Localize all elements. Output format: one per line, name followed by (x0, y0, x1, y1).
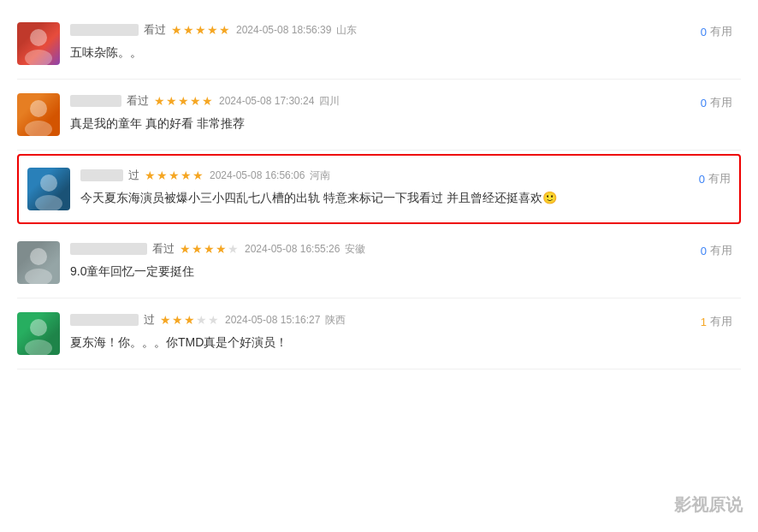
review-meta: 过★★★★★2024-05-08 16:56:06河南 (80, 168, 731, 183)
avatar (27, 168, 70, 210)
review-content: 看过★★★★★2024-05-08 17:30:24四川真是我的童年 真的好看 … (70, 93, 741, 133)
review-region: 山东 (336, 23, 357, 38)
svg-point-8 (30, 319, 47, 336)
star-rating: ★★★★★ (171, 23, 231, 37)
review-item: 看过★★★★★2024-05-08 17:30:24四川真是我的童年 真的好看 … (17, 80, 741, 151)
review-item: 过★★★★★2024-05-08 16:56:06河南今天夏东海演员被爆小三小四… (17, 154, 741, 224)
username-blur (70, 243, 147, 255)
useful-count[interactable]: 0 有用 (699, 171, 731, 186)
review-content: 看过★★★★★2024-05-08 16:55:26安徽9.0童年回忆一定要挺住 (70, 241, 741, 281)
useful-count[interactable]: 0 有用 (701, 95, 732, 110)
review-content: 过★★★★★2024-05-08 16:56:06河南今天夏东海演员被爆小三小四… (80, 168, 731, 207)
review-list: 看过★★★★★2024-05-08 18:56:39山东五味杂陈。。0 有用 看… (0, 0, 758, 378)
review-meta: 看过★★★★★2024-05-08 16:55:26安徽 (70, 241, 741, 257)
review-item: 过★★★★★2024-05-08 15:16:27陕西夏东海！你。。。你TMD真… (17, 299, 741, 369)
svg-point-0 (30, 29, 47, 46)
username-blur (80, 169, 123, 181)
svg-point-3 (25, 121, 52, 136)
review-region: 四川 (319, 94, 340, 109)
review-time: 2024-05-08 18:56:39 (236, 24, 331, 36)
svg-point-1 (25, 50, 52, 65)
avatar (17, 93, 60, 136)
svg-point-2 (30, 100, 47, 117)
review-text: 今天夏东海演员被爆小三小四乱七八槽的出轨 特意来标记一下我看过 并且曾经还挺喜欢… (80, 188, 731, 207)
star-rating: ★★★★★ (145, 168, 204, 182)
username-blur (70, 95, 121, 107)
review-text: 9.0童年回忆一定要挺住 (70, 262, 741, 281)
avatar (17, 241, 60, 284)
watermark: 影视原说 (674, 494, 743, 517)
review-text: 夏东海！你。。。你TMD真是个好演员！ (70, 333, 741, 352)
review-meta: 看过★★★★★2024-05-08 18:56:39山东 (70, 22, 741, 38)
review-meta: 看过★★★★★2024-05-08 17:30:24四川 (70, 93, 741, 109)
svg-point-4 (40, 174, 57, 192)
svg-point-7 (25, 269, 52, 284)
star-rating: ★★★★★ (180, 242, 240, 256)
review-action: 过 (128, 168, 139, 183)
review-action: 看过 (127, 93, 149, 109)
star-rating: ★★★★★ (160, 313, 220, 327)
review-region: 陕西 (325, 313, 346, 328)
review-action: 过 (144, 312, 155, 328)
review-time: 2024-05-08 16:55:26 (245, 243, 340, 255)
svg-point-9 (25, 340, 52, 355)
useful-count[interactable]: 0 有用 (701, 243, 732, 258)
review-time: 2024-05-08 16:56:06 (210, 169, 305, 181)
useful-count[interactable]: 1 有用 (701, 314, 732, 329)
review-item: 看过★★★★★2024-05-08 18:56:39山东五味杂陈。。0 有用 (17, 9, 741, 80)
svg-point-5 (35, 195, 62, 210)
svg-point-6 (30, 248, 47, 265)
review-region: 河南 (310, 168, 330, 183)
review-action: 看过 (144, 22, 166, 38)
review-text: 真是我的童年 真的好看 非常推荐 (70, 114, 741, 133)
review-time: 2024-05-08 15:16:27 (225, 314, 320, 326)
star-rating: ★★★★★ (154, 94, 214, 108)
avatar (17, 312, 60, 355)
review-content: 看过★★★★★2024-05-08 18:56:39山东五味杂陈。。 (70, 22, 741, 62)
review-action: 看过 (152, 241, 175, 257)
username-blur (70, 314, 139, 326)
review-time: 2024-05-08 17:30:24 (219, 95, 314, 107)
review-item: 看过★★★★★2024-05-08 16:55:26安徽9.0童年回忆一定要挺住… (17, 228, 741, 299)
useful-count[interactable]: 0 有用 (701, 24, 732, 39)
review-content: 过★★★★★2024-05-08 15:16:27陕西夏东海！你。。。你TMD真… (70, 312, 741, 352)
avatar (17, 22, 60, 65)
review-meta: 过★★★★★2024-05-08 15:16:27陕西 (70, 312, 741, 328)
review-text: 五味杂陈。。 (70, 43, 741, 62)
review-region: 安徽 (345, 242, 365, 257)
username-blur (70, 24, 139, 36)
